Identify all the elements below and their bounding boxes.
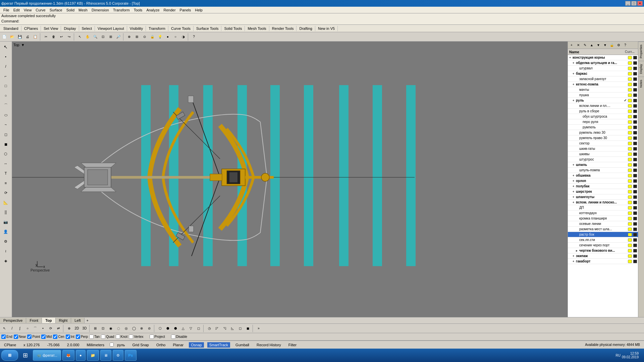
light-icon[interactable]: 💡: [156, 33, 164, 41]
menu-analyze[interactable]: Analyze: [144, 7, 161, 13]
taskbar-firefox[interactable]: 🦊: [62, 350, 74, 361]
save-icon[interactable]: 💾: [16, 33, 23, 41]
nurbs-tool[interactable]: ~: [1, 120, 11, 129]
bt-r2[interactable]: ◸: [213, 325, 221, 332]
menu-mesh[interactable]: Mesh: [76, 7, 90, 13]
tab-display[interactable]: Display: [61, 26, 79, 31]
panel-up-icon[interactable]: ▲: [589, 42, 595, 48]
snap-perp[interactable]: Perp: [76, 335, 88, 339]
vtab-properties[interactable]: Properties: [638, 42, 644, 61]
menu-file[interactable]: File: [1, 7, 11, 13]
hatch-tool[interactable]: ≡: [1, 178, 11, 188]
snap-quad[interactable]: Quad: [101, 335, 114, 339]
bt-t1[interactable]: ⊞: [92, 325, 99, 332]
layer-item[interactable]: +гакаборт: [568, 259, 638, 264]
layer-item[interactable]: шпуль-помпа: [568, 168, 638, 173]
snap-disable[interactable]: Disable: [171, 335, 187, 339]
bt-mesh3[interactable]: ⬣: [172, 325, 179, 332]
close-button[interactable]: ✕: [637, 1, 643, 6]
undo-icon[interactable]: ↩: [58, 33, 65, 41]
bt-t4[interactable]: ◌: [115, 325, 122, 332]
bt-rot[interactable]: ⟳: [47, 325, 54, 332]
layer-item[interactable]: осевые линии: [568, 221, 638, 227]
taskbar-chrome[interactable]: ●: [76, 350, 86, 361]
bt-r3[interactable]: ◹: [221, 325, 228, 332]
snap-vertex[interactable]: Vertex: [129, 335, 143, 339]
layer-item[interactable]: +баркас: [568, 71, 638, 76]
status-smarttrack[interactable]: SmartTrack: [207, 342, 230, 348]
tab-cplanes[interactable]: CPlanes: [21, 26, 41, 31]
viewport-tab-top[interactable]: Top: [42, 318, 55, 323]
rect-tool[interactable]: □: [1, 81, 11, 90]
panel-props-icon[interactable]: ⚙: [615, 42, 622, 48]
tab-drafting[interactable]: Drafting: [297, 26, 315, 31]
vtab-display[interactable]: Display: [638, 61, 644, 77]
layer-item[interactable]: штуртрос: [568, 157, 638, 162]
status-osnap[interactable]: Osnap: [189, 342, 204, 348]
tab-setview[interactable]: Set View: [41, 26, 61, 31]
mesh-tool[interactable]: ⬡: [1, 149, 11, 159]
status-ortho[interactable]: Ortho: [154, 342, 168, 348]
layer-item[interactable]: обух штуртроса: [568, 114, 638, 119]
tab-visibility[interactable]: Visibility: [127, 26, 146, 31]
layer-item[interactable]: румпель: [568, 125, 638, 130]
menu-tools[interactable]: Tools: [132, 7, 145, 13]
bt-t2[interactable]: ⊡: [99, 325, 107, 332]
panel-lock-icon[interactable]: 🔒: [609, 42, 615, 48]
layer-item[interactable]: мачты: [568, 87, 638, 93]
bt-point[interactable]: •: [39, 325, 47, 332]
arc-tool[interactable]: ⌒: [1, 101, 11, 110]
layer-item[interactable]: +орлоп: [568, 178, 638, 184]
vtab-notes[interactable]: Notes: [638, 77, 644, 90]
layer-item[interactable]: ▸чертеж бокового ви...: [568, 248, 638, 253]
bt-line[interactable]: /: [8, 325, 16, 332]
select-icon[interactable]: ↖: [76, 33, 84, 41]
taskbar-photoshop[interactable]: Ps: [125, 350, 137, 361]
panel-add-icon[interactable]: +: [569, 42, 575, 48]
zoom-out-icon[interactable]: 🔎: [115, 33, 122, 41]
layer-item[interactable]: коттендаун: [568, 210, 638, 216]
layer-item[interactable]: +экипаж: [568, 253, 638, 259]
open-icon[interactable]: 📂: [8, 33, 16, 41]
viewport-tab-perspective[interactable]: Perspective: [0, 318, 26, 323]
layer-item[interactable]: пушка: [568, 93, 638, 98]
layer-item[interactable]: ДП: [568, 205, 638, 210]
tab-mesh-tools[interactable]: Mesh Tools: [245, 26, 269, 31]
layer-item[interactable]: штурвал: [568, 66, 638, 71]
tab-select[interactable]: Select: [79, 26, 95, 31]
bt-mesh2[interactable]: ⬢: [164, 325, 171, 332]
bt-r6[interactable]: ◼: [244, 325, 252, 332]
bt-t7[interactable]: ⊗: [138, 325, 145, 332]
new-icon[interactable]: 📄: [1, 33, 8, 41]
layer-item[interactable]: +обделка штульцев и га...: [568, 60, 638, 66]
status-gridsnap[interactable]: Grid Snap: [130, 342, 151, 348]
snap-end[interactable]: End: [1, 335, 12, 339]
layer-item[interactable]: сектор: [568, 141, 638, 146]
layer-item[interactable]: сечения через порт: [568, 243, 638, 248]
polyline-tool[interactable]: ⌐: [1, 71, 11, 81]
layer-item[interactable]: разметка мест шла...: [568, 227, 638, 232]
extra-tool2[interactable]: ◈: [1, 256, 11, 265]
bt-mesh6[interactable]: ◻: [195, 325, 202, 332]
viewport-tab-right[interactable]: Right: [56, 318, 71, 323]
bt-select[interactable]: ↖: [1, 325, 8, 332]
layer-item[interactable]: руль в сборе: [568, 109, 638, 114]
panel-delete-icon[interactable]: ✕: [575, 42, 581, 48]
bt-r1[interactable]: ◷: [206, 325, 213, 332]
tab-standard[interactable]: Standard: [1, 26, 21, 31]
layer-item[interactable]: румпель право 30: [568, 135, 638, 141]
bt-t8[interactable]: ⊘: [146, 325, 153, 332]
bt-snap[interactable]: ⊕: [65, 325, 73, 332]
wire-icon[interactable]: ○: [172, 33, 179, 41]
cut-icon[interactable]: ✂: [42, 33, 50, 41]
layer-item[interactable]: перо руля: [568, 119, 638, 125]
layer-item[interactable]: вспом линии и пл....: [568, 103, 638, 109]
layer-item[interactable]: +шпиль: [568, 162, 638, 168]
status-cplane[interactable]: CPlane: [2, 342, 18, 348]
surface-tool[interactable]: ◻: [1, 130, 11, 139]
viewport-tab-add[interactable]: +: [85, 318, 91, 323]
status-units[interactable]: Millimeters: [85, 342, 106, 348]
start-button[interactable]: ⊞: [1, 350, 18, 361]
solid-tool[interactable]: ◼: [1, 139, 11, 149]
layer-item[interactable]: +шпангоуты: [568, 194, 638, 200]
